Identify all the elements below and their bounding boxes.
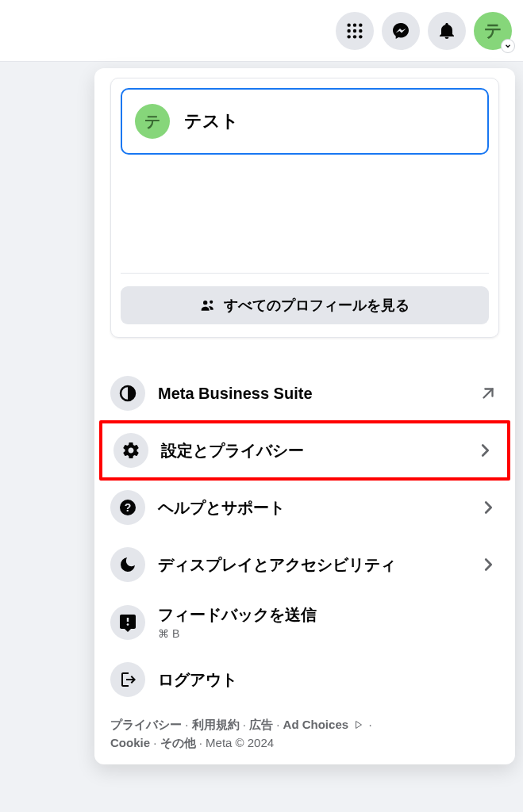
view-all-profiles-button[interactable]: すべてのプロフィールを見る: [121, 286, 489, 324]
svg-point-0: [347, 23, 350, 26]
footer-meta-copyright: Meta © 2024: [206, 736, 274, 749]
people-icon: [200, 297, 216, 313]
footer-link-privacy[interactable]: プライバシー: [110, 718, 192, 731]
svg-point-3: [347, 29, 350, 32]
chevron-down-icon: [501, 39, 515, 53]
menu-shortcut: ⌘ B: [158, 627, 499, 640]
account-menu: Meta Business Suite 設定とプライバシー ? ヘルプとサポート: [94, 358, 515, 708]
header: テ: [0, 0, 523, 62]
menu-item-settings-privacy[interactable]: 設定とプライバシー: [99, 420, 510, 481]
menu-label: フィードバックを送信: [158, 604, 499, 626]
footer-link-terms[interactable]: 利用規約: [192, 718, 250, 731]
svg-text:?: ?: [125, 501, 132, 514]
footer-link-cookie[interactable]: Cookie: [110, 736, 160, 749]
avatar-initial: テ: [484, 19, 502, 43]
svg-point-2: [359, 23, 362, 26]
account-avatar-button[interactable]: テ: [474, 12, 512, 50]
feedback-icon: [110, 605, 145, 640]
menu-label: ヘルプとサポート: [158, 497, 464, 519]
profile-card-spacer: [121, 155, 489, 274]
menu-item-business-suite[interactable]: Meta Business Suite: [101, 365, 509, 422]
menu-item-display-accessibility[interactable]: ディスプレイとアクセシビリティ: [101, 536, 509, 593]
menu-label: 設定とプライバシー: [161, 440, 461, 462]
svg-point-9: [203, 301, 207, 304]
svg-point-4: [353, 29, 356, 32]
business-suite-icon: [110, 376, 145, 411]
adchoices-icon: [354, 720, 363, 730]
messenger-button[interactable]: [382, 12, 420, 50]
svg-marker-15: [356, 722, 362, 729]
footer-link-adchoices[interactable]: Ad Choices: [283, 718, 349, 731]
svg-point-6: [347, 35, 350, 38]
svg-point-10: [210, 301, 213, 304]
menu-label: Meta Business Suite: [158, 385, 464, 403]
moon-icon: [110, 547, 145, 582]
bell-icon: [437, 21, 456, 40]
menu-label: ログアウト: [158, 669, 499, 691]
notifications-button[interactable]: [428, 12, 466, 50]
dropdown-footer: プライバシー 利用規約 広告 Ad Choices Cookie その他 Met…: [94, 708, 515, 752]
profile-name: テスト: [184, 109, 239, 133]
profile-card: テ テスト すべてのプロフィールを見る: [110, 78, 499, 338]
menu-label: ディスプレイとアクセシビリティ: [158, 554, 464, 576]
svg-point-1: [353, 23, 356, 26]
svg-point-8: [359, 35, 362, 38]
menu-item-feedback[interactable]: フィードバックを送信 ⌘ B: [101, 593, 509, 651]
gear-icon: [113, 433, 148, 468]
chevron-right-icon: [477, 499, 499, 516]
grid-icon: [346, 22, 363, 40]
svg-point-5: [359, 29, 362, 32]
menu-item-help-support[interactable]: ? ヘルプとサポート: [101, 479, 509, 536]
help-icon: ?: [110, 490, 145, 525]
footer-link-more[interactable]: その他: [160, 736, 206, 749]
profile-avatar: テ: [135, 104, 170, 139]
view-all-profiles-label: すべてのプロフィールを見る: [224, 296, 410, 315]
chevron-right-icon: [477, 556, 499, 573]
menu-item-logout[interactable]: ログアウト: [101, 651, 509, 708]
apps-menu-button[interactable]: [336, 12, 374, 50]
footer-link-ads[interactable]: 広告: [249, 718, 283, 731]
avatar-initial: テ: [144, 111, 160, 132]
svg-line-12: [484, 389, 493, 398]
messenger-icon: [391, 21, 410, 40]
profile-row[interactable]: テ テスト: [121, 88, 489, 155]
svg-point-7: [353, 35, 356, 38]
external-link-icon: [477, 385, 499, 402]
chevron-right-icon: [474, 442, 496, 459]
logout-icon: [110, 662, 145, 697]
account-dropdown: テ テスト すべてのプロフィールを見る Meta Business Suite: [94, 68, 515, 764]
